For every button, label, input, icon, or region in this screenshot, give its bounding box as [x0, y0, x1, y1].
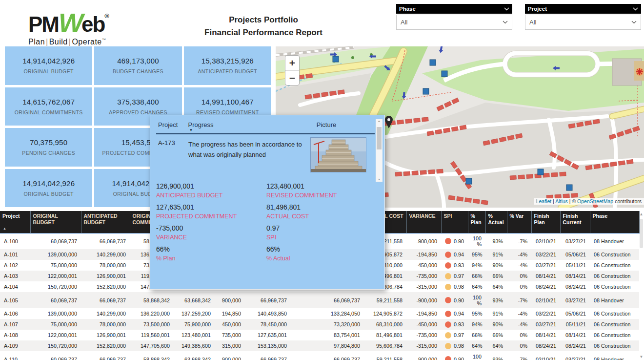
- table-cell: 08/24/21: [531, 281, 560, 292]
- table-row[interactable]: A-106139,000,000140,299,000136,220,00013…: [0, 308, 639, 319]
- table-cell: 64%: [485, 340, 507, 351]
- zoom-out-button[interactable]: −: [285, 71, 299, 85]
- scroll-up-icon[interactable]: ▲: [639, 212, 644, 216]
- table-cell: A-102: [0, 260, 30, 271]
- table-cell: -7%: [507, 233, 531, 249]
- map-data-marker[interactable]: [538, 169, 543, 175]
- map-data-marker[interactable]: [466, 178, 472, 184]
- scrollbar-thumb[interactable]: [377, 127, 382, 149]
- phase-slicer-header[interactable]: Phase: [396, 4, 512, 14]
- table-row[interactable]: A-11060,069,73766,069,73758,868,34263,66…: [0, 351, 639, 360]
- column-header[interactable]: % Plan: [468, 211, 485, 233]
- table-cell: 0.90: [441, 351, 468, 360]
- table-cell: 127,635,001: [245, 330, 291, 340]
- table-cell: 08/14/21: [560, 271, 590, 281]
- table-cell: 0.97: [441, 271, 468, 281]
- table-row[interactable]: A-10775,000,00078,000,00073,500,00075,90…: [0, 319, 639, 330]
- table-cell: 60,069,737: [30, 292, 81, 308]
- metric-value: 81,496,801: [266, 203, 379, 211]
- scroll-down-icon[interactable]: ▼: [639, 355, 644, 359]
- slicer-title: Project: [528, 6, 547, 12]
- column-header[interactable]: SPI: [441, 211, 468, 233]
- table-cell: 63,668,342: [174, 292, 215, 308]
- map-data-marker[interactable]: [423, 88, 429, 94]
- altius-link[interactable]: Altius: [555, 198, 568, 204]
- spi-status-icon: [445, 238, 451, 244]
- table-cell: 139,000,000: [30, 308, 81, 319]
- table-cell: 05/06/21: [560, 308, 590, 319]
- project-slicer-dropdown[interactable]: All: [525, 15, 641, 30]
- table-cell: 06 Construction: [590, 249, 639, 260]
- phase-slicer: Phase All: [396, 4, 512, 30]
- map-data-marker[interactable]: [566, 185, 572, 191]
- table-cell: -7%: [507, 292, 531, 308]
- table-cell: 75,000,000: [30, 260, 81, 271]
- table-cell: 123,480,001: [174, 330, 215, 340]
- table-cell: 66,969,737: [245, 351, 291, 360]
- page-title: Projects Portfolio Financial Performance…: [161, 14, 366, 39]
- project-slicer-header[interactable]: Project: [525, 4, 641, 14]
- column-header[interactable]: Finish Current: [560, 211, 590, 233]
- table-cell: 93%: [485, 351, 507, 360]
- table-scrollbar[interactable]: ▲ ▼: [639, 212, 644, 359]
- column-header[interactable]: % Var: [507, 211, 531, 233]
- table-cell: 122,000,001: [30, 330, 81, 340]
- scrollbar-thumb[interactable]: [640, 219, 643, 248]
- openstreetmap-link[interactable]: OpenStreetMap: [577, 198, 613, 204]
- table-cell: 152,820,000: [81, 281, 130, 292]
- metric-label: % Plan: [156, 255, 266, 262]
- table-cell: 06 Construction: [590, 340, 639, 351]
- table-cell: 150,720,000: [30, 281, 81, 292]
- scroll-up-icon[interactable]: ⌃: [376, 120, 382, 125]
- column-header[interactable]: VARIANCE: [406, 211, 441, 233]
- table-cell: 153,135,000: [245, 340, 291, 351]
- metric-label: ACTUAL COST: [266, 213, 379, 220]
- phase-slicer-dropdown[interactable]: All: [396, 15, 512, 30]
- table-cell: 0%: [507, 271, 531, 281]
- column-header[interactable]: % Actual: [485, 211, 507, 233]
- table-cell: -194,850: [406, 308, 441, 319]
- tooltip-metric: 66%% Plan: [156, 245, 266, 262]
- map-data-marker[interactable]: [442, 71, 447, 77]
- table-cell: 93%: [485, 233, 507, 249]
- table-cell: 03/27/21: [531, 260, 560, 271]
- zoom-in-button[interactable]: +: [285, 56, 299, 70]
- tooltip-column-picture: Picture: [317, 121, 375, 128]
- table-cell: 90%: [485, 319, 507, 330]
- table-cell: 03/22/21: [531, 249, 560, 260]
- tooltip-progress-text: The progress has been in accordance to w…: [188, 139, 310, 160]
- table-cell: 08/24/21: [560, 281, 590, 292]
- kpi-label: ORIGINAL BUDGET: [23, 191, 73, 197]
- table-cell: 0.93: [441, 260, 468, 271]
- table-row[interactable]: A-108122,000,001126,900,001119,560,00112…: [0, 330, 639, 340]
- table-cell: -900,000: [406, 292, 441, 308]
- table-row[interactable]: A-109150,720,000152,820,000147,705,60014…: [0, 340, 639, 351]
- table-cell: 02/10/21: [531, 351, 560, 360]
- column-header[interactable]: Project▲: [0, 211, 30, 233]
- kpi-value: 14,914,042,926: [22, 179, 75, 188]
- table-cell: 100 %: [468, 233, 485, 249]
- table-cell: A-101: [0, 249, 30, 260]
- table-row[interactable]: A-10560,069,73766,069,73758,868,34263,66…: [0, 292, 639, 308]
- tooltip-metric: 127,635,001PROJECTED COMMITMENT: [156, 203, 266, 220]
- map-data-marker[interactable]: [430, 60, 436, 65]
- table-cell: A-109: [0, 340, 30, 351]
- table-cell: 05/06/21: [560, 249, 590, 260]
- table-cell: 194,850: [215, 308, 245, 319]
- column-header[interactable]: ANTICIPATED BUDGET: [81, 211, 130, 233]
- table-cell: 60,069,737: [30, 233, 81, 249]
- tooltip-scrollbar[interactable]: ⌃ ⌄: [376, 119, 382, 182]
- map-data-marker[interactable]: [333, 56, 339, 62]
- column-header[interactable]: ORIGINAL BUDGET: [30, 211, 81, 233]
- table-cell: 137,259,200: [174, 308, 215, 319]
- column-header[interactable]: Phase: [590, 211, 639, 233]
- column-header[interactable]: Finish Plan: [531, 211, 560, 233]
- kpi-label: ORIGINAL BUDGET: [23, 68, 73, 74]
- tooltip-metric: 81,496,801ACTUAL COST: [266, 203, 379, 220]
- leaflet-link[interactable]: Leaflet: [536, 198, 552, 204]
- table-cell: 0%: [507, 330, 531, 340]
- table-cell: 08 Handover: [590, 292, 639, 308]
- table-cell: 64%: [485, 281, 507, 292]
- scroll-down-icon[interactable]: ⌄: [376, 176, 382, 181]
- tooltip-metrics: 126,900,001ANTICIPATED BUDGET123,480,001…: [156, 182, 379, 262]
